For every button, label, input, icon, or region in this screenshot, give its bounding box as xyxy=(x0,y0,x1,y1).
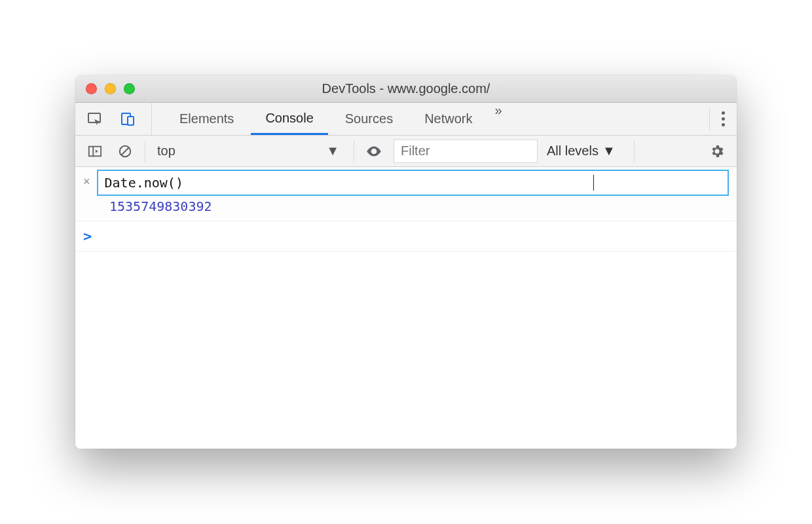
dropdown-icon: ▼ xyxy=(326,143,339,159)
tab-elements[interactable]: Elements xyxy=(165,103,248,135)
inspect-element-icon[interactable] xyxy=(84,109,105,130)
log-levels-selector[interactable]: All levels ▼ xyxy=(547,143,616,159)
tabbar-leading xyxy=(84,103,152,135)
console-toolbar: top ▼ All levels ▼ xyxy=(75,136,737,167)
separator xyxy=(709,108,710,130)
svg-rect-3 xyxy=(89,146,101,156)
dropdown-icon: ▼ xyxy=(602,143,616,159)
traffic-lights xyxy=(75,83,135,94)
log-levels-label: All levels xyxy=(547,143,599,159)
devtools-window: DevTools - www.google.com/ Elements Cons… xyxy=(75,75,737,449)
live-expression-icon[interactable] xyxy=(363,141,384,162)
tab-network[interactable]: Network xyxy=(410,103,487,135)
filter-input[interactable] xyxy=(394,140,538,163)
tab-console[interactable]: Console xyxy=(251,103,327,135)
close-entry-icon[interactable]: × xyxy=(83,170,90,189)
minimize-window-icon[interactable] xyxy=(105,83,116,94)
tabs-overflow-icon[interactable]: » xyxy=(490,103,507,135)
console-area: × Date.now() 1535749830392 > xyxy=(75,167,737,449)
tabs: Elements Console Sources Network » xyxy=(165,103,507,135)
prompt-chevron-icon: > xyxy=(83,228,92,244)
titlebar: DevTools - www.google.com/ xyxy=(75,75,737,103)
close-window-icon[interactable] xyxy=(86,83,97,94)
zoom-window-icon[interactable] xyxy=(124,83,135,94)
prompt-input[interactable] xyxy=(100,229,729,244)
context-value: top xyxy=(157,143,175,159)
more-options-icon[interactable] xyxy=(715,111,731,126)
separator xyxy=(145,141,145,162)
expression-result: 1535749830392 xyxy=(83,198,729,214)
separator xyxy=(634,141,635,162)
svg-rect-2 xyxy=(128,117,134,125)
separator xyxy=(354,141,354,162)
expression-input[interactable]: Date.now() xyxy=(97,170,729,196)
tab-sources[interactable]: Sources xyxy=(331,103,407,135)
clear-console-icon[interactable] xyxy=(115,141,136,162)
context-selector[interactable]: top ▼ xyxy=(155,140,344,162)
window-title: DevTools - www.google.com/ xyxy=(322,81,490,96)
svg-line-6 xyxy=(122,147,129,155)
console-entry: × Date.now() 1535749830392 xyxy=(75,167,737,221)
console-prompt[interactable]: > xyxy=(75,221,737,252)
device-toolbar-icon[interactable] xyxy=(117,109,138,130)
toggle-sidebar-icon[interactable] xyxy=(84,141,105,162)
svg-point-7 xyxy=(373,149,375,152)
console-settings-icon[interactable] xyxy=(707,141,728,162)
devtools-tabbar: Elements Console Sources Network » xyxy=(75,103,737,136)
